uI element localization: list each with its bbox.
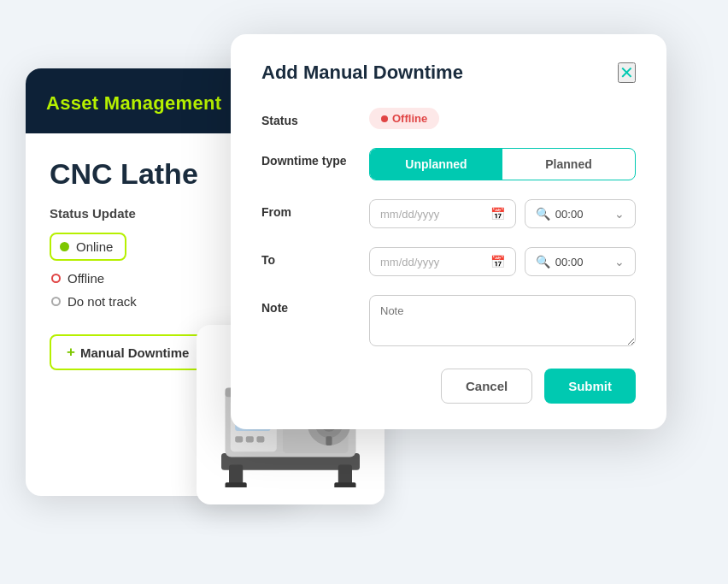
- planned-toggle-btn[interactable]: Planned: [502, 149, 635, 180]
- search-icon: 🔍: [536, 207, 550, 221]
- chevron-down-icon: ⌄: [614, 207, 625, 221]
- note-control: [369, 295, 636, 350]
- svg-rect-11: [256, 436, 264, 442]
- submit-button[interactable]: Submit: [544, 369, 636, 404]
- modal-header: Add Manual Downtime ✕: [261, 62, 636, 84]
- modal-actions: Cancel Submit: [261, 369, 636, 404]
- downtime-type-row: Downtime type Unplanned Planned: [261, 148, 636, 180]
- svg-rect-9: [235, 436, 243, 442]
- downtime-type-label: Downtime type: [261, 148, 355, 168]
- from-datetime: mm/dd/yyyy 📅 🔍 00:00 ⌄: [369, 199, 636, 228]
- note-row: Note: [261, 295, 636, 350]
- cancel-button[interactable]: Cancel: [441, 369, 532, 404]
- unplanned-toggle-btn[interactable]: Unplanned: [370, 149, 502, 180]
- notrack-label: Do not track: [68, 294, 137, 309]
- to-time-input[interactable]: 🔍 00:00 ⌄: [525, 247, 636, 276]
- close-button[interactable]: ✕: [618, 62, 636, 83]
- online-dot: [60, 242, 69, 251]
- search-icon-to: 🔍: [536, 255, 550, 268]
- notrack-dot: [51, 297, 61, 306]
- offline-status-badge: Offline: [369, 108, 439, 129]
- note-textarea[interactable]: [369, 295, 636, 346]
- offline-dot: [51, 274, 61, 283]
- offline-badge-text: Offline: [392, 112, 427, 125]
- note-label: Note: [261, 295, 355, 315]
- svg-rect-10: [246, 436, 254, 442]
- to-control: mm/dd/yyyy 📅 🔍 00:00 ⌄: [369, 247, 636, 276]
- from-label: From: [261, 199, 355, 219]
- add-manual-downtime-modal: Add Manual Downtime ✕ Status Offline Dow…: [231, 34, 666, 429]
- modal-title: Add Manual Downtime: [261, 62, 463, 84]
- svg-rect-4: [334, 482, 355, 487]
- downtime-type-control: Unplanned Planned: [369, 148, 636, 180]
- to-date-placeholder: mm/dd/yyyy: [380, 256, 484, 268]
- offline-label: Offline: [68, 271, 104, 286]
- to-row: To mm/dd/yyyy 📅 🔍 00:00 ⌄: [261, 247, 636, 276]
- from-time-value: 00:00: [555, 208, 609, 221]
- status-field-label: Status: [261, 108, 355, 127]
- from-time-input[interactable]: 🔍 00:00 ⌄: [525, 199, 636, 228]
- to-time-value: 00:00: [555, 256, 609, 268]
- calendar-icon-to: 📅: [490, 255, 505, 268]
- plus-icon: +: [67, 344, 75, 361]
- from-date-placeholder: mm/dd/yyyy: [380, 208, 484, 221]
- svg-rect-18: [326, 436, 332, 445]
- online-label: Online: [76, 239, 113, 254]
- svg-rect-3: [226, 482, 247, 487]
- status-field: Offline: [369, 108, 636, 129]
- from-control: mm/dd/yyyy 📅 🔍 00:00 ⌄: [369, 199, 636, 228]
- to-label: To: [261, 247, 355, 267]
- to-date-input[interactable]: mm/dd/yyyy 📅: [369, 247, 516, 276]
- manual-downtime-label: Manual Downtime: [80, 345, 190, 360]
- calendar-icon: 📅: [490, 207, 505, 221]
- svg-text:TNC 10: TNC 10: [280, 470, 302, 478]
- status-row: Status Offline: [261, 108, 636, 129]
- manual-downtime-button[interactable]: + Manual Downtime: [50, 334, 206, 370]
- chevron-down-icon-to: ⌄: [614, 255, 625, 268]
- downtime-type-toggle: Unplanned Planned: [369, 148, 636, 180]
- badge-dot: [381, 115, 388, 122]
- from-date-input[interactable]: mm/dd/yyyy 📅: [369, 199, 516, 228]
- from-row: From mm/dd/yyyy 📅 🔍 00:00 ⌄: [261, 199, 636, 228]
- to-datetime: mm/dd/yyyy 📅 🔍 00:00 ⌄: [369, 247, 636, 276]
- status-online-option[interactable]: Online: [50, 233, 126, 261]
